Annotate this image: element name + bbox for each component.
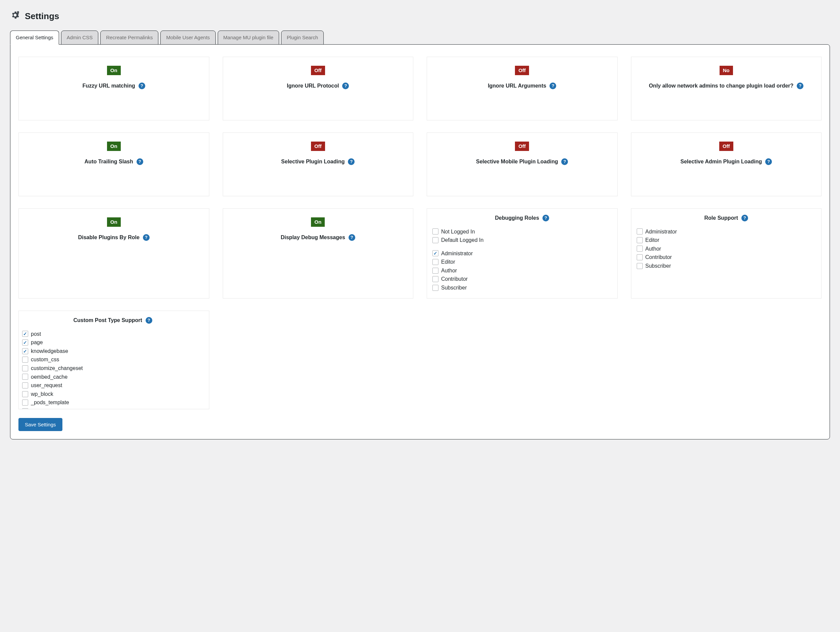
list-item: Subscriber — [433, 283, 612, 292]
list-item: wp_block — [22, 390, 204, 398]
toggle-card: OnFuzzy URL matching? — [19, 57, 209, 120]
checkbox[interactable] — [433, 228, 439, 234]
toggle-card: NoOnly allow network admins to change pl… — [631, 57, 822, 120]
toggle-card: OffSelective Plugin Loading? — [223, 133, 414, 196]
list-item-label: Contributor — [441, 275, 467, 283]
checkbox[interactable] — [433, 259, 439, 265]
checkbox[interactable] — [637, 228, 643, 234]
toggle-badge[interactable]: Off — [311, 142, 325, 151]
checkbox[interactable] — [22, 400, 28, 406]
toggle-badge[interactable]: On — [107, 66, 121, 75]
tab-mobile-user-agents[interactable]: Mobile User Agents — [160, 30, 215, 44]
svg-point-0 — [17, 11, 19, 13]
list-item: Author — [637, 245, 816, 253]
help-icon[interactable]: ? — [542, 215, 549, 221]
list-item-label: Contributor — [646, 253, 672, 262]
toggle-title-row: Fuzzy URL matching? — [25, 82, 203, 89]
list-item: Administrator — [637, 228, 816, 236]
page-header: Settings — [10, 10, 830, 22]
tab-general-settings[interactable]: General Settings — [10, 30, 59, 44]
toggle-title-row: Selective Mobile Plugin Loading? — [433, 158, 611, 165]
help-icon[interactable]: ? — [741, 215, 748, 221]
toggle-title: Selective Mobile Plugin Loading — [476, 159, 558, 165]
list-item: ✓post — [22, 330, 204, 338]
toggle-card: OnDisplay Debug Messages? — [223, 208, 414, 299]
help-icon[interactable]: ? — [139, 82, 145, 89]
toggle-card: OffIgnore URL Protocol? — [223, 57, 414, 120]
checkbox[interactable]: ✓ — [22, 331, 28, 337]
list-item: Contributor — [637, 253, 816, 262]
help-icon[interactable]: ? — [561, 158, 568, 165]
list-item: custom_css — [22, 355, 204, 364]
list-item: user_request — [22, 381, 204, 390]
tab-recreate-permalinks[interactable]: Recreate Permalinks — [100, 30, 158, 44]
help-icon[interactable]: ? — [349, 234, 355, 241]
help-icon[interactable]: ? — [137, 158, 143, 165]
tab-admin-css[interactable]: Admin CSS — [61, 30, 99, 44]
checkbox[interactable] — [22, 374, 28, 380]
checkbox[interactable] — [637, 246, 643, 251]
list-item: Editor — [637, 236, 816, 245]
help-icon[interactable]: ? — [765, 158, 772, 165]
toggle-card: OffIgnore URL Arguments? — [427, 57, 617, 120]
checkbox[interactable] — [22, 382, 28, 389]
toggle-badge[interactable]: Off — [515, 142, 529, 151]
list-item: _pods_template — [22, 398, 204, 407]
list-item: Not Logged In — [433, 228, 612, 236]
toggle-badge[interactable]: On — [107, 142, 121, 151]
toggle-badge[interactable]: On — [107, 217, 121, 227]
checkbox[interactable] — [22, 357, 28, 363]
help-icon[interactable]: ? — [348, 158, 355, 165]
card-title: Role Support — [704, 215, 738, 221]
gear-icon — [10, 10, 20, 22]
list-item-label: wp_block — [31, 390, 53, 398]
checkbox[interactable] — [637, 263, 643, 269]
list-item: Subscriber — [637, 262, 816, 270]
toggle-title: Ignore URL Arguments — [488, 83, 546, 89]
checkbox[interactable] — [22, 408, 28, 409]
checkbox[interactable] — [22, 391, 28, 397]
list-item-label: Subscriber — [646, 262, 671, 270]
list-item-label: Default Logged In — [441, 236, 483, 245]
toggle-badge[interactable]: Off — [515, 66, 529, 75]
list-item: ✓knowledgebase — [22, 347, 204, 356]
toggle-badge[interactable]: Off — [311, 66, 325, 75]
checkbox[interactable] — [637, 237, 643, 243]
list-item: nf_sub — [22, 407, 204, 409]
list-item: Contributor — [433, 275, 612, 283]
card-title-row: Debugging Roles? — [433, 215, 612, 221]
tab-plugin-search[interactable]: Plugin Search — [281, 30, 324, 44]
checkbox[interactable] — [637, 254, 643, 260]
toggle-badge[interactable]: No — [720, 66, 733, 75]
toggle-title: Disable Plugins By Role — [78, 234, 139, 240]
list-item-label: Administrator — [646, 228, 677, 236]
help-icon[interactable]: ? — [797, 82, 804, 89]
help-icon[interactable]: ? — [342, 82, 349, 89]
tab-manage-mu-plugin-file[interactable]: Manage MU plugin file — [218, 30, 279, 44]
checkbox[interactable]: ✓ — [22, 348, 28, 354]
cpt-support-card: Custom Post Type Support?✓post✓page✓know… — [19, 311, 209, 409]
debugging-roles-card: Debugging Roles?Not Logged InDefault Log… — [427, 208, 617, 299]
checkbox[interactable]: ✓ — [22, 340, 28, 346]
card-title-row: Custom Post Type Support? — [22, 317, 204, 324]
toggle-title-row: Selective Plugin Loading? — [229, 158, 407, 165]
checkbox[interactable] — [433, 285, 439, 291]
list-item-label: Editor — [646, 236, 660, 245]
list-item: ✓page — [22, 338, 204, 347]
help-icon[interactable]: ? — [549, 82, 556, 89]
checkbox[interactable] — [22, 365, 28, 371]
checkbox[interactable] — [433, 268, 439, 274]
checkbox[interactable] — [433, 276, 439, 282]
help-icon[interactable]: ? — [145, 317, 152, 324]
checkbox[interactable]: ✓ — [433, 250, 439, 256]
list-item: Editor — [433, 258, 612, 266]
list-item-label: Administrator — [441, 249, 473, 258]
checkbox[interactable] — [433, 237, 439, 243]
toggle-card: OffSelective Admin Plugin Loading? — [631, 133, 822, 196]
toggle-badge[interactable]: On — [311, 217, 325, 227]
toggle-badge[interactable]: Off — [719, 142, 733, 151]
toggle-card: OnAuto Trailing Slash? — [19, 133, 209, 196]
help-icon[interactable]: ? — [143, 234, 150, 241]
save-button[interactable]: Save Settings — [19, 418, 62, 431]
list-item-label: _pods_template — [31, 398, 69, 407]
